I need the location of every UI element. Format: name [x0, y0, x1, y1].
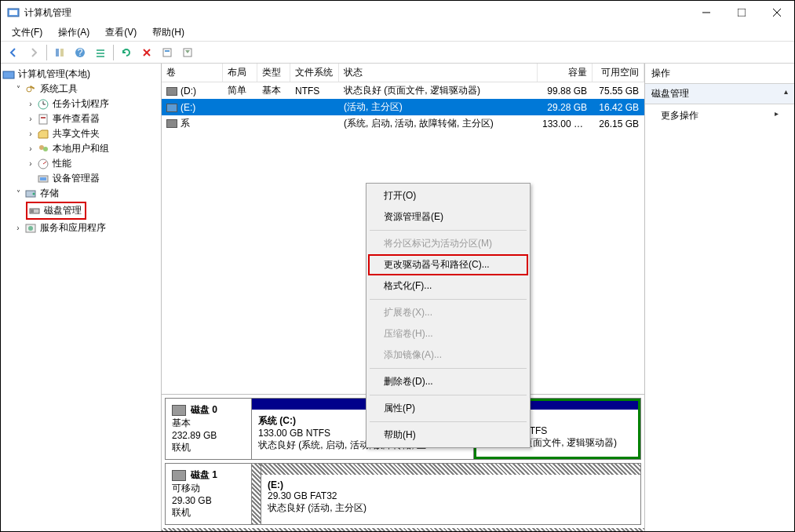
svg-rect-15 — [163, 49, 171, 56]
drive-icon — [166, 119, 177, 128]
tree-root[interactable]: 计算机管理(本地) — [2, 67, 159, 82]
tree-diskmgmt[interactable]: 磁盘管理 — [2, 201, 159, 220]
svg-rect-6 — [56, 49, 59, 56]
svg-rect-16 — [165, 50, 170, 52]
col-volume[interactable]: 卷 — [162, 64, 223, 82]
ctx-open[interactable]: 打开(O) — [368, 185, 528, 206]
col-filesystem[interactable]: 文件系统 — [290, 64, 339, 82]
disk-icon — [172, 470, 186, 481]
legend-strip — [162, 528, 644, 531]
ctx-mirror: 添加镜像(A)... — [368, 344, 528, 366]
menu-file[interactable]: 文件(F) — [5, 24, 49, 41]
actions-title: 操作 — [645, 64, 794, 84]
window-title: 计算机管理 — [24, 6, 688, 20]
tree-perf[interactable]: ›性能 — [2, 156, 159, 171]
tree-users[interactable]: ›本地用户和组 — [2, 141, 159, 156]
app-window: 计算机管理 文件(F) 操作(A) 查看(V) 帮助(H) ? 计算 — [0, 0, 795, 532]
svg-rect-11 — [97, 53, 104, 54]
filter-button[interactable] — [178, 43, 197, 62]
minimize-button[interactable] — [688, 1, 724, 24]
disk-row: 磁盘 1 可移动 29.30 GB 联机 (E:) 29.30 GB FAT32 — [165, 463, 641, 525]
svg-rect-18 — [3, 71, 14, 78]
ctx-properties[interactable]: 属性(P) — [368, 398, 528, 419]
menu-action[interactable]: 操作(A) — [52, 24, 96, 41]
toolbar: ? — [1, 42, 794, 64]
maximize-button[interactable] — [724, 1, 759, 24]
refresh-button[interactable] — [117, 43, 136, 62]
drive-icon — [166, 87, 177, 96]
forward-button[interactable] — [24, 43, 43, 62]
tree-storage[interactable]: ˅存储 — [2, 186, 159, 201]
svg-rect-35 — [31, 210, 34, 213]
volume-row[interactable]: (D:) 简单 基本 NTFS 状态良好 (页面文件, 逻辑驱动器) 99.88… — [162, 82, 644, 99]
col-status[interactable]: 状态 — [339, 64, 538, 82]
navigation-tree: 计算机管理(本地) ˅ 系统工具 ›任务计划程序 ›事件查看器 ›共享文件夹 ›… — [1, 64, 162, 531]
disk-icon — [172, 405, 186, 416]
context-menu: 打开(O) 资源管理器(E) 将分区标记为活动分区(M) 更改驱动器号和路径(C… — [366, 183, 531, 448]
svg-point-33 — [33, 192, 35, 195]
ctx-mark-active: 将分区标记为活动分区(M) — [368, 233, 528, 254]
scope-button[interactable] — [50, 43, 69, 62]
tree-services[interactable]: ›服务和应用程序 — [2, 220, 159, 235]
ctx-explorer[interactable]: 资源管理器(E) — [368, 206, 528, 228]
volume-header: 卷 布局 类型 文件系统 状态 容量 可用空间 — [162, 64, 644, 82]
tree-eventvwr[interactable]: ›事件查看器 — [2, 111, 159, 126]
unallocated-space[interactable] — [252, 464, 261, 524]
actions-section[interactable]: 磁盘管理 — [645, 84, 794, 104]
help-button[interactable]: ? — [71, 43, 89, 62]
delete-button[interactable] — [137, 43, 156, 62]
drive-icon — [166, 104, 177, 112]
svg-rect-25 — [41, 117, 46, 118]
svg-rect-24 — [39, 115, 47, 124]
svg-point-27 — [43, 147, 48, 151]
view-button[interactable] — [91, 43, 110, 62]
col-type[interactable]: 类型 — [257, 64, 290, 82]
svg-rect-31 — [40, 177, 46, 180]
disk-label[interactable]: 磁盘 0 基本 232.89 GB 联机 — [166, 399, 252, 459]
titlebar: 计算机管理 — [1, 1, 794, 24]
main-pane: 卷 布局 类型 文件系统 状态 容量 可用空间 (D:) 简单 基本 NTFS … — [162, 64, 645, 531]
menubar: 文件(F) 操作(A) 查看(V) 帮助(H) — [1, 24, 794, 42]
actions-more[interactable]: 更多操作 — [645, 104, 794, 127]
actions-pane: 操作 磁盘管理 更多操作 — [645, 64, 794, 531]
ctx-help[interactable]: 帮助(H) — [368, 425, 528, 446]
partition[interactable]: (E:) 29.30 GB FAT32 状态良好 (活动, 主分区) — [261, 464, 640, 524]
content-area: 计算机管理(本地) ˅ 系统工具 ›任务计划程序 ›事件查看器 ›共享文件夹 ›… — [1, 64, 794, 531]
tree-scheduler[interactable]: ›任务计划程序 — [2, 97, 159, 111]
disk-label[interactable]: 磁盘 1 可移动 29.30 GB 联机 — [166, 464, 252, 524]
back-button[interactable] — [4, 43, 23, 62]
svg-text:?: ? — [78, 47, 83, 58]
ctx-change-letter[interactable]: 更改驱动器号和路径(C)... — [368, 254, 528, 275]
app-icon — [7, 6, 20, 19]
svg-rect-1 — [9, 10, 17, 15]
volume-row[interactable]: 系 (系统, 启动, 活动, 故障转储, 主分区) 133.00 GB 26.1… — [162, 115, 644, 132]
svg-rect-7 — [60, 49, 64, 56]
svg-point-37 — [28, 226, 33, 231]
volume-row-selected[interactable]: (E:) (活动, 主分区) 29.28 GB 16.42 GB — [162, 99, 644, 115]
svg-point-19 — [27, 87, 31, 92]
menu-help[interactable]: 帮助(H) — [146, 24, 191, 41]
properties-icon[interactable] — [158, 43, 177, 62]
svg-rect-10 — [97, 49, 104, 51]
ctx-shrink: 压缩卷(H)... — [368, 323, 528, 344]
col-free[interactable]: 可用空间 — [593, 64, 644, 82]
tree-shared[interactable]: ›共享文件夹 — [2, 126, 159, 141]
col-layout[interactable]: 布局 — [223, 64, 257, 82]
ctx-delete[interactable]: 删除卷(D)... — [368, 371, 528, 392]
col-capacity[interactable]: 容量 — [538, 64, 593, 82]
svg-rect-12 — [97, 56, 104, 57]
ctx-format[interactable]: 格式化(F)... — [368, 275, 528, 297]
svg-rect-3 — [738, 9, 746, 16]
tree-devmgr[interactable]: 设备管理器 — [2, 171, 159, 186]
close-button[interactable] — [759, 1, 794, 24]
ctx-extend: 扩展卷(X)... — [368, 302, 528, 323]
tree-systools[interactable]: ˅ 系统工具 — [2, 82, 159, 97]
menu-view[interactable]: 查看(V) — [99, 24, 143, 41]
